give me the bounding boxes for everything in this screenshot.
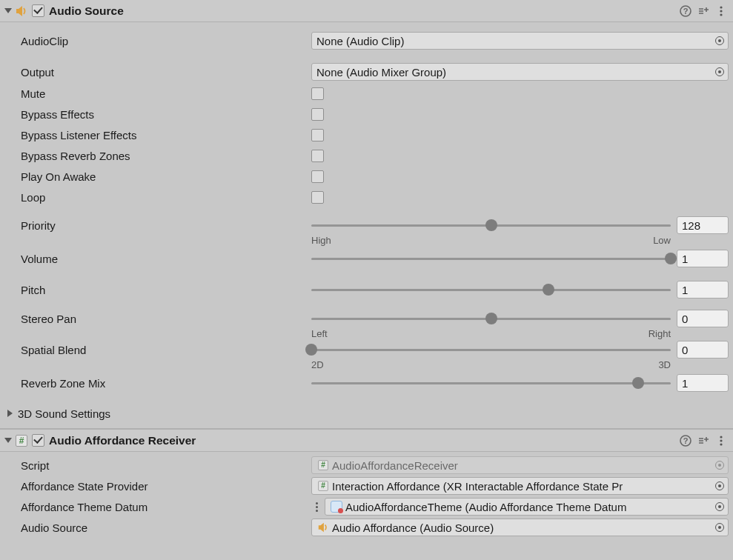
slider-volume[interactable] (311, 251, 671, 266)
objfield-theme-datum[interactable]: AudioAffordanceTheme (Audio Affordance T… (325, 498, 729, 516)
row-priority: Priority 128 High Low (0, 216, 733, 247)
drag-handle-icon[interactable] (311, 499, 322, 515)
slider-thumb[interactable] (665, 253, 677, 264)
row-audioclip: AudioClip None (Audio Clip) (0, 30, 733, 52)
slider-stereo-pan[interactable] (311, 311, 671, 326)
chevron-right-icon (7, 410, 13, 417)
kebab-icon[interactable] (714, 4, 729, 19)
foldout-toggle[interactable] (3, 6, 13, 16)
row-bypass-listener-effects: Bypass Listener Effects (0, 124, 733, 145)
script-icon: # (13, 435, 30, 447)
label-reverb-zone-mix: Reverb Zone Mix (21, 377, 311, 390)
slider-thumb[interactable] (485, 313, 497, 324)
scale-right: Low (653, 235, 671, 246)
row-script: Script # AudioAffordanceReceiver (0, 455, 733, 476)
row-pitch: Pitch 1 (0, 279, 733, 301)
label-bypass-effects: Bypass Effects (21, 108, 311, 121)
label-loop: Loop (21, 191, 311, 204)
label-output: Output (21, 66, 311, 79)
checkbox-bypass-listener-effects[interactable] (311, 129, 324, 141)
row-volume: Volume 1 (0, 247, 733, 270)
label-script: Script (21, 459, 311, 472)
foldout-toggle[interactable] (3, 436, 13, 446)
label-theme-datum: Affordance Theme Datum (21, 501, 311, 513)
scale-right: Right (649, 328, 671, 339)
slider-thumb[interactable] (543, 284, 554, 296)
script-icon: # (316, 459, 330, 472)
label-audioclip: AudioClip (21, 35, 311, 47)
scale-left: 2D (311, 359, 324, 370)
row-mute: Mute (0, 83, 733, 104)
objfield-output[interactable]: None (Audio Mixer Group) (311, 63, 729, 81)
label-volume: Volume (21, 253, 311, 265)
checkbox-mute[interactable] (311, 87, 324, 100)
numbox-volume[interactable]: 1 (677, 250, 729, 267)
label-priority: Priority (21, 216, 311, 232)
label-play-on-awake: Play On Awake (21, 170, 311, 183)
checkbox-play-on-awake[interactable] (311, 170, 324, 183)
label-stereo-pan: Stereo Pan (21, 310, 311, 325)
checkbox-loop[interactable] (311, 191, 324, 204)
label-audio-source-ref: Audio Source (21, 521, 311, 534)
objfield-script: # AudioAffordanceReceiver (311, 456, 729, 474)
numbox-pitch[interactable]: 1 (677, 281, 729, 299)
row-state-provider: Affordance State Provider # Interaction … (0, 476, 733, 496)
speaker-icon (316, 521, 330, 534)
row-play-on-awake: Play On Awake (0, 166, 733, 187)
objfield-state-provider[interactable]: # Interaction Affordance (XR Interactabl… (311, 477, 729, 495)
object-picker-icon[interactable] (714, 501, 725, 512)
row-bypass-reverb-zones: Bypass Reverb Zones (0, 145, 733, 166)
row-loop: Loop (0, 187, 733, 207)
numbox-stereo-pan[interactable]: 0 (677, 310, 729, 327)
preset-icon[interactable] (696, 4, 711, 19)
row-stereo-pan: Stereo Pan 0 Left Right (0, 310, 733, 341)
objfield-audio-source-ref[interactable]: Audio Affordance (Audio Source) (311, 519, 729, 536)
label-bypass-listener-effects: Bypass Listener Effects (21, 129, 311, 141)
component-header-audio-source: Audio Source (0, 0, 733, 22)
help-icon[interactable] (678, 4, 693, 19)
slider-thumb[interactable] (305, 344, 317, 356)
numbox-reverb-zone-mix[interactable]: 1 (677, 374, 729, 392)
kebab-icon[interactable] (714, 433, 729, 448)
label-state-provider: Affordance State Provider (21, 480, 311, 493)
foldout-3d-sound-settings[interactable]: 3D Sound Settings (0, 403, 733, 424)
help-icon[interactable] (678, 433, 693, 448)
component-enable-checkbox[interactable] (32, 4, 44, 17)
row-bypass-effects: Bypass Effects (0, 104, 733, 124)
slider-pitch[interactable] (311, 282, 671, 297)
slider-reverb-zone-mix[interactable] (311, 376, 671, 390)
asset-icon (330, 500, 343, 513)
object-picker-icon[interactable] (714, 481, 725, 491)
label-mute: Mute (21, 87, 311, 100)
numbox-spatial-blend[interactable]: 0 (677, 341, 729, 359)
numbox-priority[interactable]: 128 (677, 216, 729, 234)
slider-spatial-blend[interactable] (311, 342, 671, 357)
scale-left: High (311, 235, 331, 246)
row-audio-source-ref: Audio Source Audio Affordance (Audio Sou… (0, 517, 733, 538)
object-picker-icon (714, 460, 725, 470)
row-spatial-blend: Spatial Blend 0 2D 3D (0, 341, 733, 372)
label-3d-sound-settings: 3D Sound Settings (18, 407, 110, 420)
component-title: Audio Affordance Receiver (47, 434, 196, 447)
object-picker-icon[interactable] (714, 522, 725, 533)
slider-priority[interactable] (311, 218, 671, 233)
row-output: Output None (Audio Mixer Group) (0, 61, 733, 83)
object-picker-icon[interactable] (714, 36, 725, 46)
slider-thumb[interactable] (632, 377, 644, 389)
label-spatial-blend: Spatial Blend (21, 341, 311, 356)
component-title: Audio Source (47, 4, 124, 18)
script-icon: # (316, 479, 330, 493)
slider-thumb[interactable] (485, 219, 497, 231)
checkbox-bypass-effects[interactable] (311, 108, 324, 121)
checkbox-bypass-reverb-zones[interactable] (311, 150, 324, 162)
component-enable-checkbox[interactable] (32, 434, 44, 447)
objfield-audioclip[interactable]: None (Audio Clip) (311, 32, 729, 50)
label-pitch: Pitch (21, 284, 311, 296)
speaker-icon (13, 4, 30, 18)
scale-right: 3D (658, 359, 671, 370)
object-picker-icon[interactable] (714, 67, 725, 77)
component-header-affordance-receiver: # Audio Affordance Receiver (0, 430, 733, 452)
scale-left: Left (311, 328, 328, 339)
label-bypass-reverb-zones: Bypass Reverb Zones (21, 150, 311, 162)
preset-icon[interactable] (696, 433, 711, 448)
